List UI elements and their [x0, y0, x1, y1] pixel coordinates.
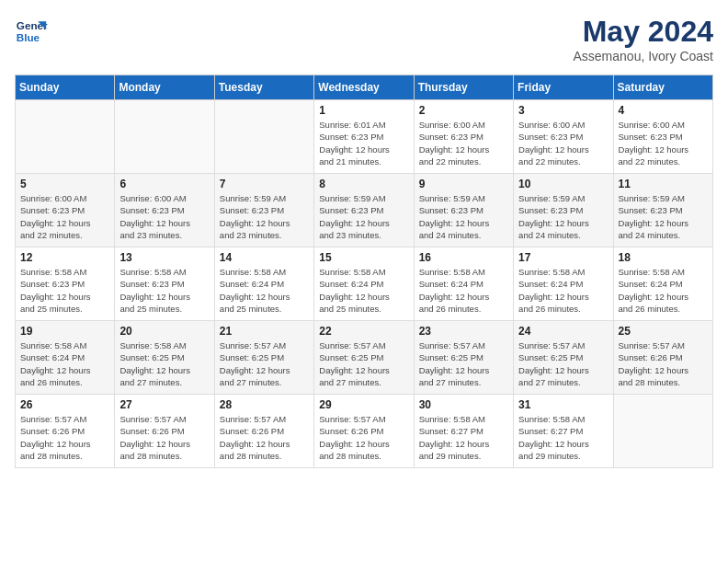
day-number: 3	[518, 104, 608, 117]
day-info: Sunrise: 5:57 AM Sunset: 6:26 PM Dayligh…	[119, 413, 209, 462]
calendar-cell: 25Sunrise: 5:57 AM Sunset: 6:26 PM Dayli…	[613, 321, 712, 395]
day-number: 1	[319, 104, 408, 117]
day-number: 15	[319, 251, 408, 264]
calendar-cell: 6Sunrise: 6:00 AM Sunset: 6:23 PM Daylig…	[115, 174, 214, 247]
calendar-cell: 21Sunrise: 5:57 AM Sunset: 6:25 PM Dayli…	[214, 321, 313, 395]
day-number: 23	[419, 325, 508, 338]
location-title: Assemanou, Ivory Coast	[573, 49, 713, 63]
day-info: Sunrise: 5:59 AM Sunset: 6:23 PM Dayligh…	[518, 192, 608, 241]
calendar-cell: 14Sunrise: 5:58 AM Sunset: 6:24 PM Dayli…	[214, 247, 313, 321]
calendar-week-row: 5Sunrise: 6:00 AM Sunset: 6:23 PM Daylig…	[16, 174, 713, 247]
weekday-header-cell: Friday	[514, 75, 613, 100]
calendar-cell: 1Sunrise: 6:01 AM Sunset: 6:23 PM Daylig…	[314, 100, 414, 174]
day-number: 30	[419, 398, 508, 411]
day-info: Sunrise: 6:00 AM Sunset: 6:23 PM Dayligh…	[619, 119, 708, 167]
day-number: 20	[119, 325, 209, 338]
calendar-cell	[115, 100, 214, 174]
day-number: 31	[518, 398, 608, 411]
calendar-cell: 12Sunrise: 5:58 AM Sunset: 6:23 PM Dayli…	[16, 247, 115, 321]
day-info: Sunrise: 5:57 AM Sunset: 6:25 PM Dayligh…	[518, 339, 608, 388]
day-number: 26	[20, 398, 109, 411]
svg-text:Blue: Blue	[17, 31, 40, 43]
day-info: Sunrise: 5:57 AM Sunset: 6:25 PM Dayligh…	[319, 339, 408, 388]
day-number: 4	[619, 104, 708, 117]
day-info: Sunrise: 5:59 AM Sunset: 6:23 PM Dayligh…	[619, 192, 708, 241]
day-number: 10	[518, 178, 608, 190]
month-title: May 2024	[573, 15, 713, 49]
calendar-cell: 8Sunrise: 5:59 AM Sunset: 6:23 PM Daylig…	[314, 174, 414, 247]
calendar-cell: 4Sunrise: 6:00 AM Sunset: 6:23 PM Daylig…	[613, 100, 712, 174]
logo-icon: General Blue	[15, 15, 48, 48]
day-info: Sunrise: 5:58 AM Sunset: 6:24 PM Dayligh…	[619, 266, 708, 315]
day-number: 28	[220, 398, 309, 411]
calendar-cell	[214, 100, 313, 174]
calendar-cell	[16, 100, 115, 174]
calendar-cell	[613, 395, 712, 468]
calendar-cell: 22Sunrise: 5:57 AM Sunset: 6:25 PM Dayli…	[314, 321, 414, 395]
calendar-cell: 9Sunrise: 5:59 AM Sunset: 6:23 PM Daylig…	[414, 174, 513, 247]
day-number: 5	[20, 178, 109, 190]
title-block: May 2024 Assemanou, Ivory Coast	[573, 15, 713, 63]
day-info: Sunrise: 6:00 AM Sunset: 6:23 PM Dayligh…	[20, 192, 109, 241]
logo: General Blue	[15, 15, 48, 48]
calendar-cell: 13Sunrise: 5:58 AM Sunset: 6:23 PM Dayli…	[115, 247, 214, 321]
calendar-cell: 26Sunrise: 5:57 AM Sunset: 6:26 PM Dayli…	[16, 395, 115, 468]
day-info: Sunrise: 5:58 AM Sunset: 6:27 PM Dayligh…	[419, 413, 508, 462]
calendar-week-row: 12Sunrise: 5:58 AM Sunset: 6:23 PM Dayli…	[16, 247, 713, 321]
calendar-cell: 31Sunrise: 5:58 AM Sunset: 6:27 PM Dayli…	[514, 395, 613, 468]
day-number: 12	[20, 251, 109, 264]
day-info: Sunrise: 5:57 AM Sunset: 6:26 PM Dayligh…	[619, 339, 708, 388]
day-number: 7	[220, 178, 309, 190]
calendar-cell: 15Sunrise: 5:58 AM Sunset: 6:24 PM Dayli…	[314, 247, 414, 321]
calendar-cell: 24Sunrise: 5:57 AM Sunset: 6:25 PM Dayli…	[514, 321, 613, 395]
day-info: Sunrise: 5:59 AM Sunset: 6:23 PM Dayligh…	[220, 192, 309, 241]
day-info: Sunrise: 5:58 AM Sunset: 6:24 PM Dayligh…	[319, 266, 408, 315]
day-number: 14	[220, 251, 309, 264]
page-header: General Blue May 2024 Assemanou, Ivory C…	[15, 15, 713, 63]
calendar-body: 1Sunrise: 6:01 AM Sunset: 6:23 PM Daylig…	[16, 100, 713, 468]
day-number: 13	[119, 251, 209, 264]
day-info: Sunrise: 5:58 AM Sunset: 6:25 PM Dayligh…	[119, 339, 209, 388]
day-number: 21	[220, 325, 309, 338]
calendar-cell: 27Sunrise: 5:57 AM Sunset: 6:26 PM Dayli…	[115, 395, 214, 468]
day-number: 24	[518, 325, 608, 338]
day-info: Sunrise: 5:58 AM Sunset: 6:24 PM Dayligh…	[220, 266, 309, 315]
calendar-cell: 5Sunrise: 6:00 AM Sunset: 6:23 PM Daylig…	[16, 174, 115, 247]
day-info: Sunrise: 6:00 AM Sunset: 6:23 PM Dayligh…	[119, 192, 209, 241]
calendar-cell: 23Sunrise: 5:57 AM Sunset: 6:25 PM Dayli…	[414, 321, 513, 395]
weekday-header-row: SundayMondayTuesdayWednesdayThursdayFrid…	[16, 75, 713, 100]
day-info: Sunrise: 5:58 AM Sunset: 6:24 PM Dayligh…	[518, 266, 608, 315]
calendar-cell: 16Sunrise: 5:58 AM Sunset: 6:24 PM Dayli…	[414, 247, 513, 321]
calendar-cell: 18Sunrise: 5:58 AM Sunset: 6:24 PM Dayli…	[613, 247, 712, 321]
day-info: Sunrise: 5:59 AM Sunset: 6:23 PM Dayligh…	[319, 192, 408, 241]
day-info: Sunrise: 6:00 AM Sunset: 6:23 PM Dayligh…	[518, 119, 608, 167]
calendar-week-row: 1Sunrise: 6:01 AM Sunset: 6:23 PM Daylig…	[16, 100, 713, 174]
day-info: Sunrise: 5:58 AM Sunset: 6:27 PM Dayligh…	[518, 413, 608, 462]
calendar-week-row: 19Sunrise: 5:58 AM Sunset: 6:24 PM Dayli…	[16, 321, 713, 395]
day-number: 25	[619, 325, 708, 338]
calendar-cell: 19Sunrise: 5:58 AM Sunset: 6:24 PM Dayli…	[16, 321, 115, 395]
day-info: Sunrise: 5:59 AM Sunset: 6:23 PM Dayligh…	[419, 192, 508, 241]
calendar-cell: 11Sunrise: 5:59 AM Sunset: 6:23 PM Dayli…	[613, 174, 712, 247]
calendar-table: SundayMondayTuesdayWednesdayThursdayFrid…	[15, 75, 713, 468]
calendar-cell: 20Sunrise: 5:58 AM Sunset: 6:25 PM Dayli…	[115, 321, 214, 395]
day-number: 29	[319, 398, 408, 411]
weekday-header-cell: Thursday	[414, 75, 513, 100]
day-number: 22	[319, 325, 408, 338]
day-number: 6	[119, 178, 209, 190]
calendar-cell: 3Sunrise: 6:00 AM Sunset: 6:23 PM Daylig…	[514, 100, 613, 174]
day-info: Sunrise: 5:57 AM Sunset: 6:25 PM Dayligh…	[220, 339, 309, 388]
day-number: 16	[419, 251, 508, 264]
calendar-cell: 2Sunrise: 6:00 AM Sunset: 6:23 PM Daylig…	[414, 100, 513, 174]
calendar-cell: 29Sunrise: 5:57 AM Sunset: 6:26 PM Dayli…	[314, 395, 414, 468]
day-info: Sunrise: 5:57 AM Sunset: 6:26 PM Dayligh…	[20, 413, 109, 462]
day-info: Sunrise: 5:58 AM Sunset: 6:24 PM Dayligh…	[20, 339, 109, 388]
weekday-header-cell: Saturday	[613, 75, 712, 100]
day-info: Sunrise: 6:00 AM Sunset: 6:23 PM Dayligh…	[419, 119, 508, 167]
calendar-cell: 17Sunrise: 5:58 AM Sunset: 6:24 PM Dayli…	[514, 247, 613, 321]
day-number: 18	[619, 251, 708, 264]
day-number: 9	[419, 178, 508, 190]
day-number: 2	[419, 104, 508, 117]
day-info: Sunrise: 5:57 AM Sunset: 6:26 PM Dayligh…	[319, 413, 408, 462]
day-info: Sunrise: 5:58 AM Sunset: 6:23 PM Dayligh…	[20, 266, 109, 315]
